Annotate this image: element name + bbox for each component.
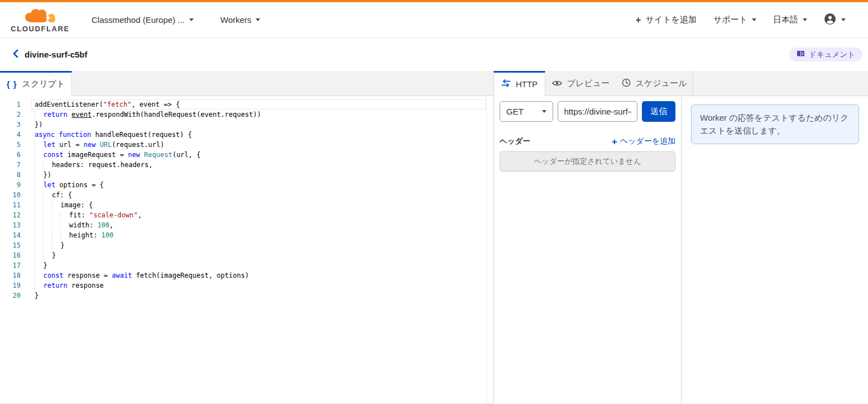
line-number: 9 [0, 180, 21, 190]
app-selector[interactable]: Workers [220, 15, 261, 25]
code-line[interactable]: } [31, 260, 486, 270]
code-token: "fetch" [103, 101, 132, 108]
code-line[interactable]: }) [31, 120, 486, 130]
code-line[interactable]: let url = new URL(request.url) [31, 140, 486, 150]
code-token [52, 211, 60, 219]
tab-bar: { } スクリプト HTTP プレビュー [0, 71, 868, 96]
line-number: 15 [0, 240, 21, 250]
code-token [35, 221, 43, 229]
send-button[interactable]: 送信 [642, 101, 675, 122]
app-header: CLOUDFLARE Classmethod (Europe) ... Work… [0, 2, 868, 38]
code-token: addEventListener( [35, 101, 103, 108]
code-token: url = [55, 141, 84, 149]
breadcrumb: divine-surf-c5bf ドキュメント [0, 38, 868, 71]
line-number: 19 [0, 281, 21, 291]
code-token: function [59, 131, 91, 139]
code-token [35, 262, 43, 269]
code-line[interactable]: } [31, 250, 486, 260]
code-token: response [68, 282, 104, 289]
add-site-button[interactable]: + サイトを追加 [636, 15, 697, 25]
code-line[interactable]: fit: "scale-down", [31, 210, 486, 220]
code-line[interactable]: const imageRequest = new Request(url, { [31, 150, 486, 160]
code-token: URL [100, 141, 112, 149]
http-arrows-icon [501, 79, 511, 89]
code-line[interactable]: const response = await fetch(imageReques… [31, 270, 486, 281]
line-number: 10 [0, 190, 21, 200]
docs-button[interactable]: ドキュメント [789, 47, 862, 61]
code-line[interactable]: }) [31, 170, 486, 180]
code-line[interactable]: width: 100, [31, 220, 486, 230]
tab-preview-label: プレビュー [567, 78, 610, 89]
user-avatar-icon [824, 13, 836, 27]
tab-script[interactable]: { } スクリプト [0, 71, 72, 96]
code-token [35, 231, 43, 239]
support-menu[interactable]: サポート [713, 15, 756, 25]
user-menu[interactable] [824, 13, 846, 27]
line-number: 4 [0, 130, 21, 140]
empty-headers-placeholder: ヘッダーが指定されていません [500, 151, 675, 172]
tab-script-label: スクリプト [22, 79, 65, 89]
code-token [35, 181, 43, 189]
code-line[interactable]: addEventListener("fetch", event => { [31, 99, 486, 110]
info-pane: Worker の応答をテストするためのリクエストを送信します。 [682, 96, 868, 404]
editor-scrollbar-rule [486, 96, 487, 403]
code-line[interactable]: return response [31, 281, 486, 291]
code-token: fetch(imageRequest, options) [132, 272, 249, 279]
tab-http[interactable]: HTTP [493, 71, 545, 96]
code-token: , [138, 211, 142, 219]
code-token [35, 241, 43, 249]
line-number: 14 [0, 230, 21, 240]
method-select[interactable]: GET [500, 101, 553, 122]
chevron-down-icon [189, 18, 194, 21]
cloudflare-logo[interactable]: CLOUDFLARE [12, 7, 68, 33]
add-header-label: ヘッダーを追加 [620, 136, 675, 146]
code-token [60, 221, 69, 229]
language-menu[interactable]: 日本語 [773, 15, 807, 25]
line-number: 7 [0, 160, 21, 170]
support-label: サポート [713, 15, 747, 25]
back-button[interactable] [8, 47, 22, 62]
code-token: "scale-down" [89, 211, 138, 219]
chevron-down-icon [542, 110, 546, 113]
code-token [95, 141, 99, 149]
line-number: 2 [0, 110, 21, 120]
code-token [35, 111, 43, 118]
tab-preview[interactable]: プレビュー [545, 71, 616, 96]
line-number: 20 [0, 291, 21, 301]
code-token: Request [144, 151, 172, 159]
tab-schedule[interactable]: スケジュール [616, 71, 693, 96]
code-token: }) [35, 121, 42, 129]
tab-http-label: HTTP [516, 79, 538, 89]
code-line[interactable]: let options = { [31, 180, 486, 190]
code-line[interactable]: return event.respondWith(handleRequest(e… [31, 110, 486, 120]
code-token [52, 231, 60, 239]
code-token: } [43, 262, 47, 269]
code-editor[interactable]: 1234567891011121314151617181920 addEvent… [0, 96, 493, 404]
code-token [43, 251, 51, 259]
headers-label: ヘッダー [500, 136, 530, 146]
code-line[interactable]: cf: { [31, 190, 486, 200]
plus-icon: + [612, 137, 617, 146]
code-token: const [43, 151, 63, 159]
method-select-value: GET [506, 107, 524, 116]
clock-icon [622, 78, 631, 89]
code-line[interactable]: image: { [31, 200, 486, 210]
code-line[interactable]: height: 100 [31, 230, 486, 240]
code-token [60, 211, 69, 219]
tab-schedule-label: スケジュール [636, 78, 687, 89]
code-line[interactable]: headers: request.headers, [31, 160, 486, 170]
account-selector[interactable]: Classmethod (Europe) ... [92, 15, 194, 25]
code-token: } [60, 241, 64, 249]
code-token [35, 282, 43, 289]
tab-bar-filler [72, 71, 493, 96]
add-site-label: サイトを追加 [646, 15, 697, 25]
code-line[interactable]: } [31, 240, 486, 250]
code-token: return [43, 111, 67, 118]
code-token [35, 211, 43, 219]
code-line[interactable]: async function handleRequest(request) { [31, 130, 486, 140]
code-line[interactable]: } [31, 291, 486, 301]
url-input[interactable] [558, 101, 637, 122]
code-token: event [71, 111, 92, 118]
add-header-button[interactable]: + ヘッダーを追加 [612, 136, 675, 146]
code-token: new [128, 151, 140, 159]
